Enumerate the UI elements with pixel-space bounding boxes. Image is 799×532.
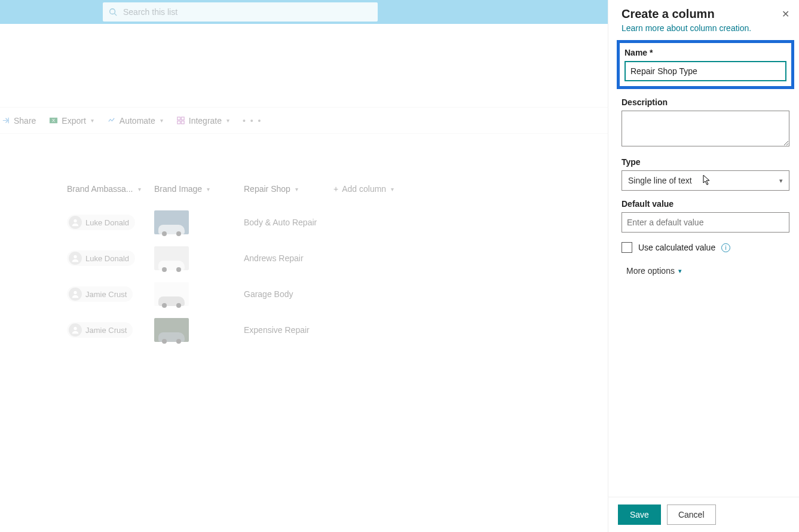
chevron-down-icon: ▾ [160, 117, 163, 124]
search-icon [109, 8, 117, 16]
plus-icon: + [333, 184, 338, 194]
avatar [69, 323, 82, 337]
column-header-repair[interactable]: Repair Shop ▾ [244, 184, 333, 194]
person-chip[interactable]: Jamie Crust [67, 286, 133, 302]
svg-line-1 [115, 14, 117, 16]
name-field-highlight: Name * [617, 40, 794, 89]
chevron-down-icon: ▾ [226, 117, 229, 124]
column-name-input[interactable] [624, 61, 786, 81]
integrate-icon [176, 116, 185, 125]
person-chip[interactable]: Jamie Crust [67, 322, 133, 338]
column-header-row: Brand Ambassa... ▾ Brand Image ▾ Repair … [67, 184, 478, 194]
export-label: Export [62, 116, 85, 126]
svg-rect-5 [181, 117, 184, 120]
brand-image-thumbnail[interactable] [154, 282, 189, 306]
svg-point-8 [74, 219, 76, 222]
panel-footer: Save Cancel [608, 497, 799, 532]
more-options-label: More options [626, 266, 675, 276]
repair-shop-cell: Body & Auto Repair [244, 218, 423, 227]
person-name: Jamie Crust [85, 326, 127, 335]
person-chip[interactable]: Luke Donald [67, 250, 135, 266]
svg-text:X: X [52, 118, 55, 123]
more-options-toggle[interactable]: More options ▾ [626, 266, 789, 276]
svg-rect-7 [181, 121, 184, 124]
ambassador-cell: Luke Donald [67, 250, 154, 266]
chevron-down-icon: ▾ [207, 186, 210, 192]
default-value-label: Default value [622, 199, 789, 209]
avatar [69, 288, 82, 301]
person-name: Luke Donald [85, 218, 129, 227]
avatar [69, 216, 82, 229]
save-button[interactable]: Save [618, 505, 661, 525]
ambassador-cell: Luke Donald [67, 215, 154, 230]
image-cell [154, 246, 244, 270]
svg-point-10 [74, 291, 76, 294]
use-calculated-checkbox[interactable] [622, 242, 632, 253]
type-value: Single line of text [628, 176, 692, 185]
export-button[interactable]: X Export ▾ [49, 116, 93, 126]
brand-image-thumbnail[interactable] [154, 210, 189, 234]
default-value-input[interactable] [622, 212, 789, 233]
description-label: Description [622, 97, 789, 107]
repair-shop-cell: Andrews Repair [244, 253, 423, 263]
svg-rect-6 [177, 121, 180, 124]
table-row[interactable]: Jamie CrustGarage Body [67, 276, 478, 312]
info-icon[interactable]: i [721, 243, 730, 252]
column-header-ambassador[interactable]: Brand Ambassa... ▾ [67, 184, 154, 194]
learn-more-link[interactable]: Learn more about column creation. [622, 23, 789, 33]
image-cell [154, 282, 244, 306]
ambassador-cell: Jamie Crust [67, 286, 154, 302]
automate-icon [107, 116, 116, 125]
integrate-label: Integrate [189, 116, 222, 126]
brand-image-thumbnail[interactable] [154, 246, 189, 270]
table-row[interactable]: Luke DonaldAndrews Repair [67, 240, 478, 276]
close-icon[interactable]: ✕ [782, 8, 789, 20]
chevron-down-icon: ▾ [391, 186, 394, 192]
cancel-button[interactable]: Cancel [667, 505, 716, 525]
image-cell [154, 210, 244, 234]
excel-icon: X [49, 116, 58, 125]
automate-label: Automate [120, 116, 155, 126]
share-button[interactable]: Share [1, 116, 36, 126]
column-header-image[interactable]: Brand Image ▾ [154, 184, 244, 194]
search-input[interactable] [123, 7, 372, 17]
create-column-panel: Create a column ✕ Learn more about colum… [608, 0, 799, 532]
description-input[interactable] [622, 111, 789, 146]
share-label: Share [14, 116, 36, 126]
chevron-down-icon: ▾ [779, 177, 783, 185]
svg-rect-4 [177, 117, 180, 120]
avatar [69, 252, 82, 265]
column-label: Brand Image [154, 184, 202, 194]
chevron-down-icon: ▾ [295, 186, 298, 192]
column-label: Repair Shop [244, 184, 290, 194]
share-icon [1, 116, 10, 125]
chevron-down-icon: ▾ [138, 186, 141, 192]
integrate-button[interactable]: Integrate ▾ [176, 116, 229, 126]
list-area: Brand Ambassa... ▾ Brand Image ▾ Repair … [0, 134, 478, 348]
table-row[interactable]: Luke DonaldBody & Auto Repair [67, 204, 478, 240]
ambassador-cell: Jamie Crust [67, 322, 154, 338]
use-calculated-label: Use calculated value [638, 243, 715, 252]
svg-point-0 [110, 9, 115, 14]
type-label: Type [622, 157, 789, 167]
person-name: Luke Donald [85, 254, 129, 263]
panel-title: Create a column [622, 7, 715, 21]
person-chip[interactable]: Luke Donald [67, 215, 135, 230]
table-row[interactable]: Jamie CrustExpensive Repair [67, 312, 478, 348]
repair-shop-cell: Garage Body [244, 289, 423, 299]
type-dropdown[interactable]: Single line of text ▾ [622, 170, 789, 191]
cursor-icon [703, 175, 711, 187]
svg-point-9 [74, 255, 76, 258]
automate-button[interactable]: Automate ▾ [107, 116, 163, 126]
search-box[interactable] [103, 2, 378, 22]
more-actions-button[interactable]: • • • [243, 116, 262, 126]
column-label: Brand Ambassa... [67, 184, 133, 194]
repair-shop-cell: Expensive Repair [244, 325, 423, 335]
person-name: Jamie Crust [85, 290, 127, 299]
chevron-down-icon: ▾ [678, 267, 682, 275]
name-label: Name * [624, 48, 786, 57]
svg-point-11 [74, 327, 76, 330]
brand-image-thumbnail[interactable] [154, 318, 189, 342]
add-column-button[interactable]: + Add column ▾ [333, 184, 394, 194]
image-cell [154, 318, 244, 342]
